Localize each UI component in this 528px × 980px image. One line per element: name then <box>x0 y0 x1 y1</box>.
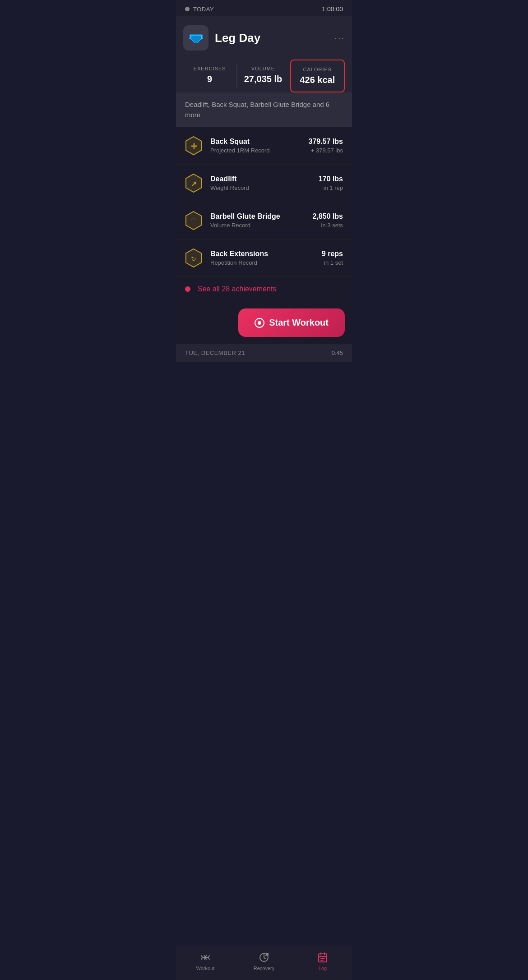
back-extensions-sub: in 1 set <box>322 259 343 266</box>
back-squat-stats: 379.57 lbs + 379.57 lbs <box>309 138 343 154</box>
workout-icon: 🩲 <box>183 25 208 51</box>
workout-header: 🩲 Leg Day ··· <box>183 25 345 51</box>
glute-bridge-info: Barbell Glute Bridge Volume Record <box>210 212 312 229</box>
deadlift-stats: 170 lbs in 1 rep <box>319 175 343 191</box>
back-extensions-name: Back Extensions <box>210 250 322 258</box>
back-extensions-type: Repetition Record <box>210 259 322 266</box>
back-squat-name: Back Squat <box>210 138 309 146</box>
deadlift-hex-icon: ↗ <box>183 173 204 193</box>
achievement-deadlift[interactable]: ↗ Deadlift Weight Record 170 lbs in 1 re… <box>176 165 352 202</box>
glute-bridge-sub: in 3 sets <box>312 222 343 229</box>
deadlift-name: Deadlift <box>210 175 319 183</box>
back-extensions-stats: 9 reps in 1 set <box>322 250 343 266</box>
deadlift-sub: in 1 rep <box>319 184 343 191</box>
back-extensions-info: Back Extensions Repetition Record <box>210 250 322 266</box>
workout-name: Leg Day <box>215 31 260 45</box>
back-extensions-main: 9 reps <box>322 250 343 258</box>
volume-label: VOLUME <box>251 66 275 71</box>
back-squat-sub: + 379.57 lbs <box>309 147 343 154</box>
start-workout-button[interactable]: Start Workout <box>238 308 345 337</box>
stats-row: EXERCISES 9 VOLUME 27,035 lb CALORIES 42… <box>183 60 345 92</box>
back-squat-info: Back Squat Projected 1RM Record <box>210 138 309 154</box>
start-workout-label: Start Workout <box>269 317 329 328</box>
more-options-button[interactable]: ··· <box>334 33 345 43</box>
svg-text:⌒: ⌒ <box>190 218 197 225</box>
deadlift-info: Deadlift Weight Record <box>210 175 319 191</box>
svg-text:↻: ↻ <box>191 255 196 262</box>
start-workout-icon <box>255 318 264 328</box>
svg-text:✛: ✛ <box>191 143 197 150</box>
achievement-back-extensions[interactable]: ↻ Back Extensions Repetition Record 9 re… <box>176 239 352 277</box>
next-workout-time: 0:45 <box>332 350 343 356</box>
glute-bridge-main: 2,850 lbs <box>312 212 343 221</box>
stat-exercises: EXERCISES 9 <box>183 60 236 92</box>
exercises-value: 9 <box>207 74 212 84</box>
workout-card: 🩲 Leg Day ··· EXERCISES 9 VOLUME 27,035 … <box>176 16 352 92</box>
see-all-link[interactable]: See all 28 achievements <box>198 285 276 293</box>
back-extensions-hex-icon: ↻ <box>183 248 204 268</box>
glute-bridge-type: Volume Record <box>210 222 312 229</box>
back-squat-icon-wrap: ✛ <box>183 135 204 156</box>
exercise-preview: Deadlift, Back Squat, Barbell Glute Brid… <box>176 92 352 127</box>
deadlift-main: 170 lbs <box>319 175 343 183</box>
exercises-label: EXERCISES <box>194 66 226 71</box>
achievement-back-squat[interactable]: ✛ Back Squat Projected 1RM Record 379.57… <box>176 127 352 165</box>
back-squat-hex-icon: ✛ <box>183 135 204 156</box>
svg-text:↗: ↗ <box>191 180 197 188</box>
status-label: TODAY <box>193 6 214 13</box>
stat-calories: CALORIES 426 kcal <box>290 60 345 92</box>
status-bar: TODAY 1:00:00 <box>176 0 352 16</box>
status-time: 1:00:00 <box>322 5 343 13</box>
volume-value: 27,035 lb <box>244 74 283 84</box>
back-squat-type: Projected 1RM Record <box>210 147 309 154</box>
deadlift-type: Weight Record <box>210 184 319 191</box>
back-squat-main: 379.57 lbs <box>309 138 343 146</box>
glute-bridge-stats: 2,850 lbs in 3 sets <box>312 212 343 229</box>
glute-bridge-icon-wrap: ⌒ <box>183 210 204 231</box>
achievement-glute-bridge[interactable]: ⌒ Barbell Glute Bridge Volume Record 2,8… <box>176 202 352 239</box>
achievements-section: ✛ Back Squat Projected 1RM Record 379.57… <box>176 127 352 301</box>
next-workout-teaser: TUE, DECEMBER 21 0:45 <box>176 344 352 362</box>
calories-value: 426 kcal <box>300 75 335 85</box>
start-workout-section: Start Workout <box>176 301 352 344</box>
glute-bridge-name: Barbell Glute Bridge <box>210 212 312 221</box>
next-workout-label: TUE, DECEMBER 21 <box>185 350 245 356</box>
see-all-row[interactable]: See all 28 achievements <box>176 277 352 301</box>
glute-bridge-hex-icon: ⌒ <box>183 210 204 231</box>
stat-volume: VOLUME 27,035 lb <box>236 60 289 92</box>
see-all-dot <box>185 286 190 292</box>
workout-title-area: 🩲 Leg Day <box>183 25 260 51</box>
deadlift-icon-wrap: ↗ <box>183 173 204 193</box>
calories-label: CALORIES <box>303 67 332 72</box>
status-dot <box>185 7 190 11</box>
back-extensions-icon-wrap: ↻ <box>183 248 204 268</box>
exercise-preview-text: Deadlift, Back Squat, Barbell Glute Brid… <box>185 101 329 119</box>
